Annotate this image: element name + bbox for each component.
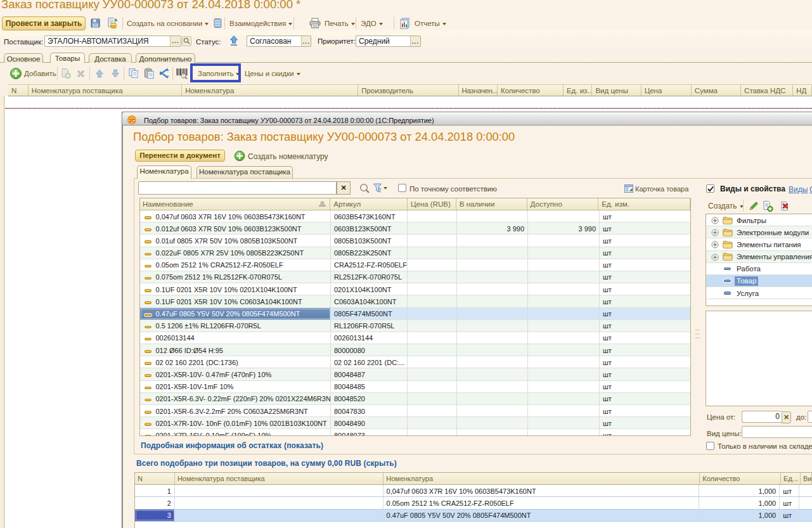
svg-text:1С: 1С — [129, 118, 135, 124]
